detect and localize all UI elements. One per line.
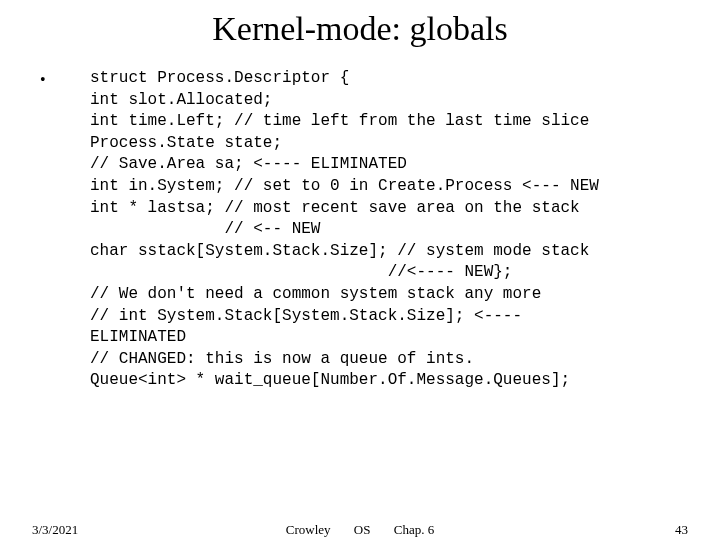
bullet-marker: •: [40, 72, 46, 88]
footer-center: Crowley OS Chap. 6: [0, 522, 720, 538]
slide: Kernel-mode: globals • struct Process.De…: [0, 0, 720, 540]
slide-title: Kernel-mode: globals: [0, 0, 720, 48]
footer-author: Crowley: [286, 522, 331, 538]
slide-body: • struct Process.Descriptor { int slot.A…: [0, 48, 720, 392]
footer-chapter: Chap. 6: [394, 522, 434, 538]
footer-course: OS: [354, 522, 371, 538]
code-block: struct Process.Descriptor { int slot.All…: [60, 68, 690, 392]
footer-page-number: 43: [675, 522, 688, 538]
